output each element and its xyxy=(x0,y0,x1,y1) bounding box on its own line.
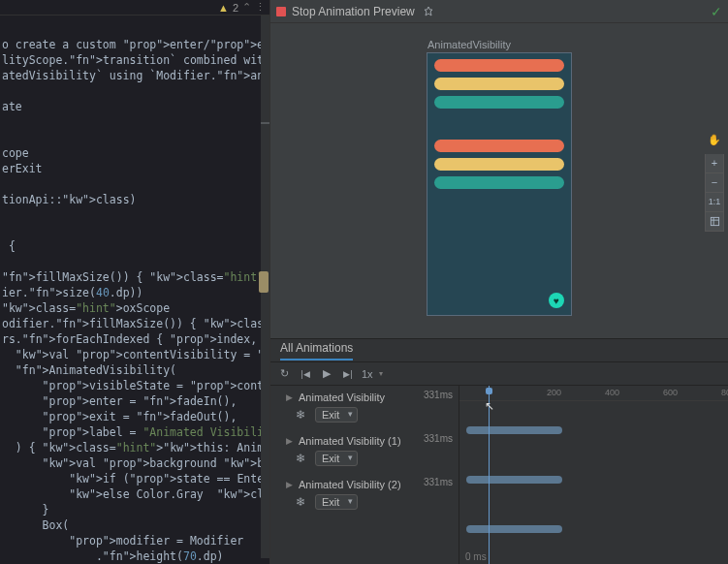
animation-bar[interactable] xyxy=(466,525,562,533)
playback-controls: ↻ |◀ ▶ ▶| 1x ▾ xyxy=(270,362,728,386)
color-row xyxy=(434,59,564,72)
editor-gutter: ▲ 2 ⌃ ⋮ xyxy=(0,0,269,16)
color-row xyxy=(434,176,564,189)
speed-selector[interactable]: 1x xyxy=(362,368,373,380)
code-editor-pane: ▲ 2 ⌃ ⋮ o create a custom "prop">enter/"… xyxy=(0,0,269,564)
fit-screen-button[interactable] xyxy=(705,212,724,232)
preview-canvas[interactable]: AnimatedVisibility ♥ ✋ + − 1:1 xyxy=(270,23,728,338)
state-select[interactable]: Exit xyxy=(315,451,358,466)
time-axis: 2004006008001000 xyxy=(459,386,728,401)
timeline-row xyxy=(459,451,728,500)
color-row xyxy=(434,158,564,171)
chevron-right-icon[interactable]: ▶ xyxy=(286,480,293,489)
preview-title: Stop Animation Preview xyxy=(292,5,415,18)
animation-list: ▶Animated Visibility❄Exit331ms▶Animated … xyxy=(270,386,459,564)
scrollbar-thumb[interactable] xyxy=(259,271,269,293)
timeline-row xyxy=(459,500,728,549)
device-content xyxy=(427,59,571,214)
animation-name[interactable]: Animated Visibility xyxy=(299,392,385,403)
cursor-icon: ↖ xyxy=(485,399,494,413)
duration-label: 331ms xyxy=(424,390,453,400)
animation-name[interactable]: Animated Visibility (2) xyxy=(299,479,401,490)
one-to-one-button[interactable]: 1:1 xyxy=(705,193,724,212)
build-ok-icon: ✓ xyxy=(711,4,722,19)
animation-item: ▶Animated Visibility❄Exit331ms xyxy=(270,386,459,429)
playhead-knob[interactable] xyxy=(486,388,492,394)
svg-rect-0 xyxy=(711,217,718,225)
animation-bar[interactable] xyxy=(466,426,562,434)
device-label: AnimatedVisibility xyxy=(427,39,511,50)
freeze-icon[interactable]: ❄ xyxy=(296,452,309,465)
animation-name[interactable]: Animated Visibility (1) xyxy=(299,435,401,447)
canvas-tool-rail: ✋ + − 1:1 xyxy=(705,131,724,232)
animation-item: ▶Animated Visibility (1)❄Exit331ms xyxy=(270,429,459,473)
stop-icon[interactable] xyxy=(276,7,286,16)
freeze-icon[interactable]: ❄ xyxy=(296,408,309,422)
state-select[interactable]: Exit xyxy=(315,407,358,423)
warning-count: 2 xyxy=(233,2,238,14)
device-frame: AnimatedVisibility ♥ xyxy=(427,52,572,316)
color-row xyxy=(434,78,564,90)
zoom-in-button[interactable]: + xyxy=(705,154,724,173)
duration-label: 331ms xyxy=(424,433,453,444)
overview-ruler[interactable] xyxy=(261,16,269,558)
preview-pane: Stop Animation Preview ✓ AnimatedVisibil… xyxy=(269,0,728,564)
state-select[interactable]: Exit xyxy=(315,494,358,510)
time-tick: 800 xyxy=(721,388,728,397)
fab-button[interactable]: ♥ xyxy=(549,293,564,308)
loop-button[interactable]: ↻ xyxy=(276,366,292,382)
color-row xyxy=(434,140,564,152)
color-row xyxy=(434,96,564,109)
time-tick: 200 xyxy=(547,388,561,397)
freeze-icon[interactable]: ❄ xyxy=(296,495,309,509)
timeline[interactable]: 2004006008001000 ↖ 0 ms xyxy=(459,386,728,564)
time-tick: 600 xyxy=(663,388,678,397)
animation-preview-panel: All Animations ↻ |◀ ▶ ▶| 1x ▾ ▶Animated … xyxy=(270,338,728,564)
chevron-right-icon[interactable]: ▶ xyxy=(286,436,293,446)
preview-toolbar: Stop Animation Preview ✓ xyxy=(270,0,728,23)
animation-tab-label: All Animations xyxy=(280,341,353,360)
timeline-row xyxy=(459,401,728,451)
play-button[interactable]: ▶ xyxy=(319,366,334,382)
pan-icon[interactable]: ✋ xyxy=(705,131,724,150)
pin-icon[interactable] xyxy=(421,4,436,19)
zoom-out-button[interactable]: − xyxy=(705,173,724,193)
animation-item: ▶Animated Visibility (2)❄Exit331ms xyxy=(270,473,459,517)
skip-start-button[interactable]: |◀ xyxy=(298,366,313,382)
animation-bar[interactable] xyxy=(466,476,562,484)
code-area[interactable]: o create a custom "prop">enter/"prop">ex… xyxy=(0,16,269,564)
warning-icon[interactable]: ▲ xyxy=(218,2,229,14)
duration-label: 331ms xyxy=(424,477,453,487)
skip-end-button[interactable]: ▶| xyxy=(340,366,356,382)
analysis-expand-icon[interactable]: ⌃ xyxy=(242,1,251,14)
chevron-right-icon[interactable]: ▶ xyxy=(286,392,293,402)
more-icon[interactable]: ⋮ xyxy=(255,1,266,14)
timeline-position: 0 ms xyxy=(465,551,487,562)
playhead[interactable]: ↖ xyxy=(489,386,490,564)
animation-tab[interactable]: All Animations xyxy=(270,339,728,362)
time-tick: 400 xyxy=(605,388,619,397)
